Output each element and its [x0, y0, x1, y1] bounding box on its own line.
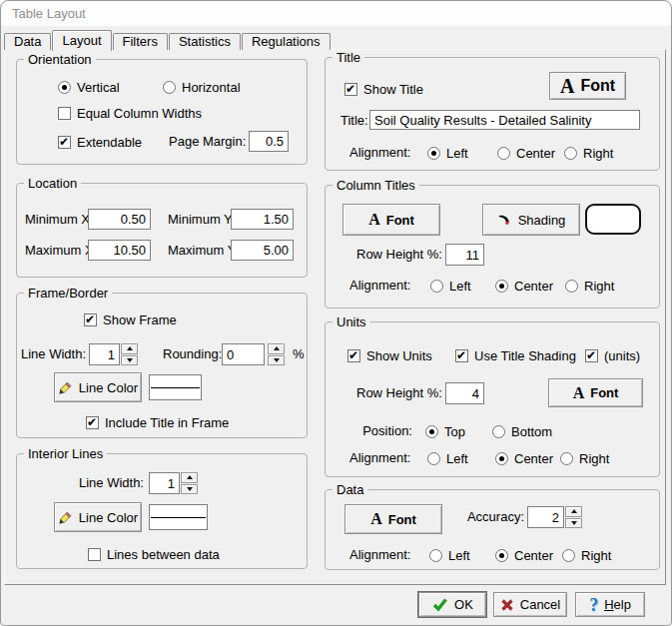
spinner-down-button[interactable]: [121, 355, 138, 366]
tab-layout[interactable]: Layout: [52, 30, 111, 51]
font-a-glyph: A: [573, 385, 585, 401]
include-title-in-frame-label: Include Title in Frame: [105, 415, 229, 430]
frame-line-color-button[interactable]: Line Color: [54, 372, 142, 402]
units-font-button[interactable]: A Font: [548, 378, 643, 407]
use-title-shading-checkbox[interactable]: [455, 349, 468, 362]
page-margin-label: Page Margin:: [169, 131, 246, 153]
units-align-center-radio[interactable]: [495, 452, 508, 465]
ok-button-label: OK: [454, 597, 473, 612]
show-frame-checkbox[interactable]: [84, 313, 97, 326]
equal-column-widths-checkbox[interactable]: [58, 107, 71, 120]
rounding-spinner: [268, 343, 285, 365]
group-legend: Location: [24, 176, 81, 191]
units-row-height-label: Row Height %:: [356, 382, 440, 404]
lines-between-data-checkbox[interactable]: [88, 548, 101, 561]
units-position-bottom-radio[interactable]: [492, 425, 505, 438]
font-button-label: Font: [388, 512, 416, 527]
down-arrow-icon: [571, 521, 577, 525]
maximum-y-input[interactable]: [231, 240, 294, 261]
spinner-up-button[interactable]: [181, 472, 198, 483]
group-legend: Interior Lines: [24, 446, 107, 461]
table-layout-dialog: Table Layout Data Layout Filters Statist…: [0, 0, 672, 626]
align-right-label: Right: [579, 451, 609, 466]
data-font-button[interactable]: A Font: [344, 504, 442, 534]
title-group: Title Show Title A Font Title: Alignment…: [325, 57, 660, 171]
font-button-label: Font: [580, 77, 615, 95]
interior-line-color-button[interactable]: Line Color: [54, 502, 142, 532]
tab-filters[interactable]: Filters: [113, 33, 168, 50]
rounding-input[interactable]: [222, 343, 265, 365]
tab-data[interactable]: Data: [4, 33, 51, 50]
maximum-x-input[interactable]: [88, 240, 151, 261]
show-title-checkbox[interactable]: [344, 83, 357, 96]
position-top-label: Top: [444, 424, 465, 439]
column-titles-align-right-radio[interactable]: [565, 280, 578, 293]
show-units-checkbox[interactable]: [347, 349, 360, 362]
font-a-glyph: A: [370, 511, 382, 527]
font-a-glyph: A: [368, 212, 380, 228]
title-alignment-label: Alignment:: [349, 142, 409, 164]
maximum-x-label: Maximum X:: [25, 240, 86, 262]
units-suffix-checkbox[interactable]: [585, 349, 598, 362]
interior-line-width-input[interactable]: [149, 472, 180, 494]
title-input[interactable]: [369, 110, 640, 130]
horizontal-radio[interactable]: [163, 81, 176, 94]
column-titles-align-center-radio[interactable]: [495, 280, 508, 293]
align-center-label: Center: [516, 146, 555, 161]
spinner-up-button[interactable]: [121, 343, 138, 354]
units-alignment-label: Alignment:: [349, 447, 409, 469]
spinner-up-button[interactable]: [268, 343, 285, 354]
equal-column-widths-label: Equal Column Widths: [77, 106, 202, 121]
extendable-label: Extendable: [77, 135, 142, 150]
align-right-label: Right: [584, 279, 614, 294]
pencil-icon: [58, 380, 73, 395]
units-align-right-radio[interactable]: [560, 452, 573, 465]
rounding-percent-label: %: [293, 343, 305, 365]
align-left-label: Left: [448, 548, 470, 563]
spinner-up-button[interactable]: [565, 506, 582, 517]
check-icon: [431, 597, 448, 612]
ok-button[interactable]: OK: [418, 592, 486, 617]
align-right-label: Right: [583, 146, 613, 161]
show-title-label: Show Title: [363, 82, 423, 97]
minimum-x-input[interactable]: [88, 209, 151, 230]
units-align-left-radio[interactable]: [427, 452, 440, 465]
down-arrow-icon: [274, 358, 280, 362]
help-button[interactable]: ? Help: [575, 592, 645, 617]
group-legend: Data: [333, 482, 367, 497]
interior-line-width-label: Line Width:: [75, 472, 144, 494]
spinner-down-button[interactable]: [565, 518, 582, 529]
shading-button[interactable]: Shading: [482, 204, 580, 236]
accuracy-input[interactable]: [527, 506, 564, 528]
minimum-y-input[interactable]: [231, 209, 294, 230]
tab-regulations[interactable]: Regulations: [242, 33, 331, 50]
extendable-checkbox[interactable]: [58, 136, 71, 149]
group-legend: Units: [333, 314, 370, 329]
spinner-down-button[interactable]: [268, 355, 285, 366]
include-title-in-frame-checkbox[interactable]: [86, 416, 99, 429]
spinner-down-button[interactable]: [181, 484, 198, 495]
cancel-button[interactable]: Cancel: [493, 592, 567, 617]
column-titles-font-button[interactable]: A Font: [342, 204, 440, 236]
data-align-left-radio[interactable]: [429, 549, 442, 562]
frame-line-width-input[interactable]: [89, 343, 120, 365]
align-left-label: Left: [446, 451, 468, 466]
data-align-center-radio[interactable]: [495, 549, 508, 562]
title-align-left-radio[interactable]: [427, 147, 440, 160]
title-font-button[interactable]: A Font: [549, 72, 626, 100]
data-align-right-radio[interactable]: [562, 549, 575, 562]
column-titles-align-left-radio[interactable]: [430, 280, 443, 293]
units-position-top-radio[interactable]: [425, 425, 438, 438]
line-color-label: Line Color: [79, 510, 138, 525]
column-titles-row-height-label: Row Height %:: [356, 244, 440, 266]
units-row-height-input[interactable]: [445, 382, 484, 404]
tab-statistics[interactable]: Statistics: [169, 33, 241, 50]
orientation-group: Orientation Vertical Horizontal Equal Co…: [16, 59, 308, 165]
column-titles-row-height-input[interactable]: [445, 244, 484, 266]
horizontal-radio-label: Horizontal: [182, 80, 241, 95]
location-group: Location Minimum X: Minimum Y: Maximum X…: [16, 183, 308, 278]
title-align-right-radio[interactable]: [564, 147, 577, 160]
vertical-radio[interactable]: [58, 81, 71, 94]
title-align-center-radio[interactable]: [497, 147, 510, 160]
page-margin-input[interactable]: [249, 131, 289, 152]
